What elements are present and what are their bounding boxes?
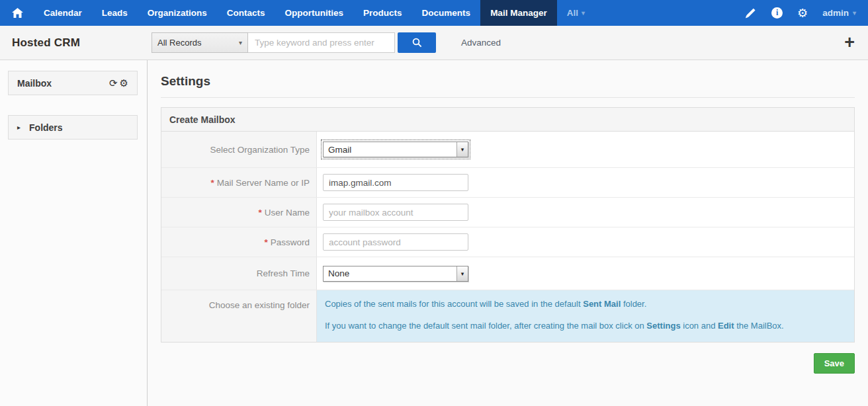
quick-create-plus-icon[interactable]: +: [844, 34, 855, 52]
row-refresh-time: Refresh Time None ▾: [161, 257, 854, 290]
chevron-down-icon: ▾: [582, 0, 585, 26]
user-name-label: User Name: [265, 208, 310, 218]
password-label: Password: [271, 237, 310, 247]
row-organization-type: Select Organization Type Gmail ▾: [161, 132, 854, 168]
search-icon: [412, 38, 422, 48]
mail-server-input[interactable]: [323, 174, 468, 191]
nav-item-documents[interactable]: Documents: [412, 0, 481, 26]
sidebar-mailbox-panel[interactable]: Mailbox ⟳ ⚙: [8, 71, 138, 95]
left-sidebar: Mailbox ⟳ ⚙ ▸ Folders: [0, 60, 148, 406]
search-scope-select[interactable]: All Records ▾: [152, 32, 248, 53]
existing-folder-label: Choose an existing folder: [209, 300, 310, 310]
page-title: Settings: [161, 74, 855, 89]
title-divider: [161, 97, 855, 98]
search-button[interactable]: [398, 32, 436, 53]
chevron-down-icon: ▾: [853, 9, 856, 17]
expand-triangle-icon: ▸: [17, 124, 21, 131]
mail-server-label: Mail Server Name or IP: [217, 178, 310, 188]
row-user-name: * User Name: [161, 198, 854, 227]
password-input[interactable]: [323, 233, 468, 251]
home-icon[interactable]: [0, 8, 34, 18]
refresh-time-label: Refresh Time: [257, 268, 310, 278]
global-search-input[interactable]: [248, 32, 395, 53]
row-existing-folder: Choose an existing folder Copies of the …: [161, 290, 854, 342]
sidebar-folders-panel[interactable]: ▸ Folders: [8, 115, 138, 140]
chevron-down-icon: ▾: [239, 39, 242, 46]
advanced-search-link[interactable]: Advanced: [461, 38, 501, 48]
save-button[interactable]: Save: [814, 353, 855, 374]
sent-mail-info-box: Copies of the sent mails for this accoun…: [317, 290, 854, 342]
nav-item-all-menu[interactable]: All ▾: [557, 0, 595, 26]
theme-paintbrush-icon[interactable]: [745, 8, 757, 19]
settings-gear-icon[interactable]: ⚙: [797, 7, 808, 19]
form-header: Create Mailbox: [161, 108, 854, 132]
create-mailbox-form: Create Mailbox Select Organization Type …: [161, 107, 855, 343]
nav-item-calendar[interactable]: Calendar: [34, 0, 92, 26]
nav-item-mail-manager[interactable]: Mail Manager: [480, 0, 557, 26]
row-mail-server: * Mail Server Name or IP: [161, 168, 854, 198]
refresh-time-value: None: [324, 266, 456, 281]
user-menu[interactable]: admin ▾: [822, 8, 856, 18]
topnav-right-tools: i ⚙ admin ▾: [745, 7, 868, 19]
required-marker: *: [210, 178, 214, 188]
nav-all-label: All: [567, 0, 578, 26]
info-icon[interactable]: i: [771, 7, 783, 19]
app-brand: Hosted CRM: [0, 36, 148, 50]
organization-type-value: Gmail: [324, 142, 456, 157]
chevron-down-icon: ▾: [456, 142, 468, 157]
chevron-down-icon: ▾: [456, 266, 468, 281]
required-marker: *: [264, 237, 267, 247]
organization-type-select[interactable]: Gmail ▾: [323, 142, 468, 157]
nav-item-products[interactable]: Products: [353, 0, 412, 26]
nav-item-contacts[interactable]: Contacts: [217, 0, 275, 26]
user-name: admin: [822, 8, 849, 18]
row-password: * Password: [161, 227, 854, 257]
refresh-time-select[interactable]: None ▾: [323, 266, 468, 282]
user-name-input[interactable]: [323, 204, 468, 221]
nav-item-leads[interactable]: Leads: [92, 0, 138, 26]
organization-type-label: Select Organization Type: [161, 132, 317, 167]
mailbox-settings-gear-icon[interactable]: ⚙: [120, 78, 128, 88]
main-content: Settings Create Mailbox Select Organizat…: [148, 60, 868, 406]
mailbox-label: Mailbox: [17, 78, 52, 89]
nav-item-opportunities[interactable]: Opportunities: [275, 0, 354, 26]
nav-item-organizations[interactable]: Organizations: [138, 0, 217, 26]
top-navigation: Calendar Leads Organizations Contacts Op…: [0, 0, 868, 26]
search-scope-value: All Records: [157, 38, 239, 48]
search-header-bar: Hosted CRM All Records ▾ Advanced +: [0, 26, 868, 60]
required-marker: *: [258, 208, 261, 218]
folders-label: Folders: [29, 122, 63, 133]
refresh-icon[interactable]: ⟳: [109, 78, 118, 88]
